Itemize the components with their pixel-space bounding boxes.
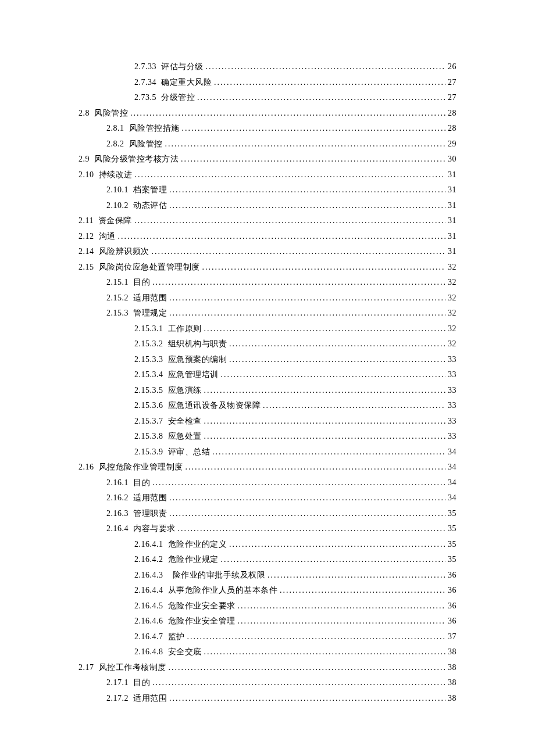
toc-entry-title: 工作原则 bbox=[168, 325, 202, 333]
toc-leader bbox=[229, 356, 445, 364]
toc-entry: 2.16.4.3 险作业的审批手续及权限36 bbox=[79, 571, 456, 579]
toc-entry-page: 32 bbox=[448, 309, 456, 317]
toc-entry-title: 风险管控措施 bbox=[129, 124, 180, 132]
toc-leader bbox=[169, 494, 445, 502]
toc-entry: 2.15.3.9 评审、总结34 bbox=[79, 448, 456, 456]
toc-entry: 2.15.3.3 应急预案的编制33 bbox=[79, 356, 456, 364]
toc-entry-page: 33 bbox=[448, 402, 456, 410]
toc-leader bbox=[165, 140, 446, 148]
toc-entry-page: 33 bbox=[448, 432, 456, 440]
toc-entry-page: 26 bbox=[448, 63, 456, 71]
toc-entry-title: 应急通讯设备及物资保障 bbox=[168, 402, 261, 410]
toc-leader bbox=[229, 540, 445, 549]
toc-entry-number: 2.16.3 bbox=[106, 510, 129, 518]
toc-leader bbox=[206, 63, 446, 71]
toc-entry-number: 2.15.3 bbox=[106, 309, 129, 317]
toc-entry-title: 危险作业规定 bbox=[168, 556, 219, 564]
toc-entry-number: 2.15.2 bbox=[106, 294, 129, 302]
toc-entry-title: 目的 bbox=[133, 679, 150, 687]
toc-entry-number: 2.16.2 bbox=[106, 494, 129, 502]
toc-entry-number: 2.14 bbox=[79, 248, 94, 256]
toc-entry-number: 2.16.4.3 bbox=[134, 571, 163, 579]
toc-entry-title: 适用范围 bbox=[133, 494, 167, 502]
toc-entry-page: 36 bbox=[448, 586, 456, 594]
toc-entry-number: 2.16 bbox=[79, 463, 94, 471]
toc-entry-page: 35 bbox=[448, 525, 456, 533]
toc-entry-title: 风控工作考核制度 bbox=[99, 664, 166, 672]
toc-entry-number: 2.15.3.9 bbox=[134, 448, 163, 456]
toc-entry-page: 32 bbox=[448, 263, 456, 271]
toc-entry-title: 目的 bbox=[133, 479, 150, 487]
toc-entry-page: 28 bbox=[448, 124, 456, 132]
toc-entry-page: 27 bbox=[448, 94, 456, 102]
toc-entry: 2.16.1 目的34 bbox=[79, 479, 456, 487]
toc-leader bbox=[187, 633, 446, 641]
toc-entry-number: 2.15.3.3 bbox=[134, 356, 163, 364]
toc-entry: 2.12 沟通31 bbox=[79, 232, 456, 241]
toc-entry-number: 2.7.33 bbox=[134, 63, 156, 71]
toc-entry-number: 2.16.4.2 bbox=[134, 556, 163, 564]
toc-entry-number: 2.9 bbox=[79, 155, 90, 163]
toc-entry-number: 2.16.4.4 bbox=[134, 586, 163, 594]
toc-entry: 2.8 风险管控28 bbox=[79, 109, 456, 117]
toc-entry: 2.9 风险分级管控考核方法30 bbox=[79, 155, 456, 163]
toc-entry: 2.14 风险辨识频次31 bbox=[79, 248, 456, 256]
toc-entry-number: 2.15.3.1 bbox=[134, 325, 163, 333]
toc-entry: 2.7.34 确定重大风险27 bbox=[79, 78, 456, 87]
toc-entry: 2.10.1 档案管理31 bbox=[79, 186, 456, 194]
toc-entry-title: 应急管理培训 bbox=[168, 371, 219, 379]
toc-entry-number: 2.15.3.7 bbox=[134, 417, 163, 425]
toc-entry-number: 2.17 bbox=[79, 664, 94, 672]
toc-entry-title: 管理职责 bbox=[133, 510, 167, 518]
toc-entry-title: 危险作业安全要求 bbox=[168, 602, 236, 610]
toc-leader bbox=[152, 248, 446, 256]
toc-entry-title: 评估与分级 bbox=[161, 63, 204, 71]
toc-leader bbox=[202, 263, 446, 271]
toc-entry-title: 组织机构与职责 bbox=[168, 340, 227, 348]
toc-entry-page: 36 bbox=[448, 617, 456, 625]
toc-leader bbox=[221, 371, 446, 379]
toc-entry-number: 2.15.3.4 bbox=[134, 371, 163, 379]
toc-entry-title: 评审、总结 bbox=[168, 448, 211, 456]
toc-entry-page: 36 bbox=[448, 602, 456, 610]
toc-entry-title: 风险分级管控考核方法 bbox=[94, 155, 179, 163]
toc-entry: 2.16.4.4 从事危险作业人员的基本条件36 bbox=[79, 586, 456, 594]
toc-entry-title: 应急处置 bbox=[168, 432, 202, 440]
toc-entry: 2.16.4.2 危险作业规定35 bbox=[79, 556, 456, 564]
toc-entry-number: 2.10.2 bbox=[106, 202, 129, 210]
toc-entry-page: 31 bbox=[448, 217, 456, 225]
toc-entry-page: 38 bbox=[448, 648, 456, 656]
toc-leader bbox=[263, 402, 445, 410]
toc-entry-number: 2.8.1 bbox=[106, 124, 124, 132]
toc-entry-title: 管理规定 bbox=[133, 309, 167, 317]
toc-leader bbox=[186, 463, 446, 471]
document-page: 2.7.33 评估与分级262.7.34 确定重大风险272.73.5 分级管控… bbox=[0, 0, 535, 756]
toc-entry: 2.16.3 管理职责35 bbox=[79, 510, 456, 518]
table-of-contents: 2.7.33 评估与分级262.7.34 确定重大风险272.73.5 分级管控… bbox=[79, 63, 456, 703]
toc-entry-number: 2.12 bbox=[79, 232, 94, 241]
toc-leader bbox=[214, 78, 445, 87]
toc-entry: 2.15.3.1 工作原则32 bbox=[79, 325, 456, 333]
toc-entry-page: 35 bbox=[448, 510, 456, 518]
toc-entry: 2.16.4.1 危险作业的定义35 bbox=[79, 540, 456, 549]
toc-leader bbox=[169, 186, 445, 194]
toc-entry: 2.16.4.7 监护37 bbox=[79, 633, 456, 641]
toc-entry: 2.16.4.5 危险作业安全要求36 bbox=[79, 602, 456, 610]
toc-entry-page: 32 bbox=[448, 325, 456, 333]
toc-leader bbox=[130, 109, 445, 117]
toc-leader bbox=[197, 94, 445, 102]
toc-entry-page: 31 bbox=[448, 186, 456, 194]
toc-leader bbox=[268, 571, 445, 579]
toc-entry: 2.15.3.5 应急演练33 bbox=[79, 386, 456, 395]
toc-entry-page: 32 bbox=[448, 294, 456, 302]
toc-entry: 2.8.2 风险管控29 bbox=[79, 140, 456, 148]
toc-entry-title: 资金保障 bbox=[98, 217, 132, 225]
toc-entry-page: 35 bbox=[448, 556, 456, 564]
toc-entry-title: 动态评估 bbox=[133, 202, 167, 210]
toc-leader bbox=[238, 602, 446, 610]
toc-entry: 2.8.1 风险管控措施28 bbox=[79, 124, 456, 132]
toc-entry: 2.10 持续改进31 bbox=[79, 171, 456, 179]
toc-leader bbox=[169, 510, 445, 518]
toc-entry-page: 28 bbox=[448, 109, 456, 117]
toc-entry-page: 38 bbox=[448, 694, 456, 703]
